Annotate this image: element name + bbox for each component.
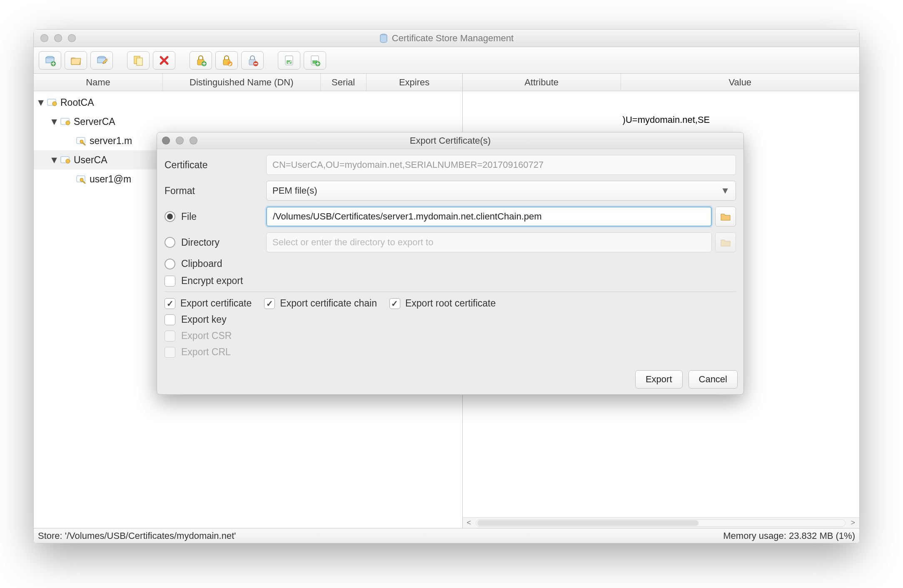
- tree-label: ServerCA: [74, 116, 115, 127]
- toolbar-open-store-button[interactable]: [65, 51, 87, 70]
- cert-icon: [60, 117, 71, 126]
- scrollbar-thumb[interactable]: [477, 520, 698, 526]
- status-memory: Memory usage: 23.832 MB (1%): [723, 531, 855, 541]
- toolbar-lock-remove-button[interactable]: [241, 51, 264, 70]
- encrypt-label: Encrypt export: [181, 275, 243, 287]
- minimize-window-button[interactable]: [54, 34, 62, 42]
- disclosure-icon[interactable]: ▼: [50, 116, 58, 127]
- svg-point-28: [80, 178, 83, 182]
- col-serial[interactable]: Serial: [321, 74, 367, 91]
- svg-point-26: [66, 159, 70, 163]
- browse-directory-button[interactable]: [715, 232, 736, 252]
- database-icon: [379, 34, 388, 43]
- file-path-input[interactable]: /Volumes/USB/Certificates/server1.mydoma…: [266, 207, 712, 227]
- svg-point-24: [80, 140, 83, 143]
- toolbar-copy-button[interactable]: [127, 51, 150, 70]
- dialog-titlebar: Export Certificate(s): [157, 132, 743, 149]
- directory-radio[interactable]: [165, 237, 175, 248]
- status-bar: Store: '/Volumes/USB/Certificates/mydoma…: [34, 528, 859, 543]
- status-store-path: Store: '/Volumes/USB/Certificates/mydoma…: [38, 531, 236, 541]
- export-button[interactable]: Export: [635, 370, 683, 389]
- cancel-button[interactable]: Cancel: [688, 370, 738, 389]
- export-cert-checkbox[interactable]: [165, 298, 175, 309]
- cert-icon: [60, 155, 71, 164]
- scrollbar-track[interactable]: [476, 519, 846, 527]
- directory-input[interactable]: Select or enter the directory to export …: [266, 232, 712, 252]
- toolbar-export-button[interactable]: [278, 51, 300, 70]
- attr-row[interactable]: )U=mydomain.net,SE: [463, 110, 859, 130]
- dialog-close-button[interactable]: [162, 137, 170, 145]
- main-toolbar: [34, 47, 859, 74]
- export-root-label: Export root certificate: [405, 298, 496, 309]
- export-crl-label: Export CRL: [181, 346, 231, 358]
- toolbar-export-add-button[interactable]: [304, 51, 326, 70]
- dialog-minimize-button[interactable]: [176, 137, 184, 145]
- cert-icon: [47, 98, 58, 107]
- export-key-checkbox[interactable]: [165, 314, 175, 325]
- export-key-label: Export key: [181, 314, 227, 325]
- window-controls: [40, 34, 76, 42]
- toolbar-add-store-button[interactable]: [39, 51, 61, 70]
- directory-label: Directory: [181, 237, 220, 248]
- col-value[interactable]: Value: [621, 74, 859, 91]
- toolbar-delete-button[interactable]: [153, 51, 175, 70]
- export-dialog: Export Certificate(s) Certificate CN=Use…: [157, 132, 744, 395]
- tree-label: server1.m: [90, 135, 132, 147]
- window-title: Certificate Store Management: [392, 33, 514, 44]
- encrypt-checkbox[interactable]: [165, 276, 175, 287]
- certificate-label: Certificate: [165, 159, 260, 171]
- tree-label: UserCA: [74, 154, 107, 166]
- format-select[interactable]: PEM file(s) ▼: [266, 181, 736, 201]
- export-csr-checkbox: [165, 331, 175, 341]
- tree-label: RootCA: [60, 97, 94, 108]
- close-window-button[interactable]: [40, 34, 48, 42]
- disclosure-icon[interactable]: ▼: [37, 97, 45, 108]
- toolbar-lock-edit-button[interactable]: [215, 51, 238, 70]
- col-dn[interactable]: Distinguished Name (DN): [163, 74, 321, 91]
- dialog-title: Export Certificate(s): [157, 135, 743, 146]
- col-expires[interactable]: Expires: [367, 74, 462, 91]
- clipboard-label: Clipboard: [181, 258, 222, 269]
- svg-point-20: [52, 102, 57, 106]
- format-label: Format: [165, 185, 260, 197]
- folder-icon: [720, 238, 731, 247]
- tree-row-rootca[interactable]: ▼ RootCA: [34, 93, 462, 112]
- svg-rect-7: [137, 58, 142, 65]
- attr-row[interactable]: [463, 91, 859, 110]
- left-columns-header: Name Distinguished Name (DN) Serial Expi…: [34, 74, 462, 91]
- right-columns-header: Attribute Value: [463, 74, 859, 91]
- scroll-left-icon[interactable]: <: [464, 518, 474, 527]
- tree-label: user1@m: [90, 174, 131, 185]
- zoom-window-button[interactable]: [68, 34, 76, 42]
- chevron-down-icon: ▼: [721, 185, 730, 196]
- browse-file-button[interactable]: [715, 207, 736, 227]
- folder-icon: [720, 212, 731, 221]
- scroll-right-icon[interactable]: >: [848, 518, 858, 527]
- disclosure-icon[interactable]: ▼: [50, 154, 58, 166]
- dialog-body: Certificate CN=UserCA,OU=mydomain.net,SE…: [157, 149, 743, 367]
- col-attribute[interactable]: Attribute: [463, 74, 621, 91]
- export-chain-checkbox[interactable]: [264, 298, 275, 309]
- cert-key-icon: [76, 174, 87, 184]
- col-name[interactable]: Name: [34, 74, 163, 91]
- export-csr-label: Export CSR: [181, 330, 232, 341]
- clipboard-radio[interactable]: [165, 259, 175, 269]
- toolbar-edit-store-button[interactable]: [90, 51, 113, 70]
- dialog-footer: Export Cancel: [157, 367, 743, 394]
- cert-key-icon: [76, 136, 87, 145]
- export-cert-label: Export certificate: [180, 298, 252, 309]
- main-titlebar: Certificate Store Management: [34, 30, 859, 47]
- export-crl-checkbox: [165, 347, 175, 358]
- certificate-field: CN=UserCA,OU=mydomain.net,SERIALNUMBER=2…: [266, 155, 736, 175]
- toolbar-lock-add-button[interactable]: [190, 51, 212, 70]
- export-chain-label: Export certificate chain: [280, 298, 377, 309]
- format-value: PEM file(s): [272, 185, 317, 196]
- file-label: File: [181, 211, 197, 222]
- horizontal-scrollbar[interactable]: < >: [463, 517, 859, 528]
- tree-row-serverca[interactable]: ▼ ServerCA: [34, 112, 462, 131]
- export-root-checkbox[interactable]: [389, 298, 400, 309]
- divider: [165, 292, 736, 292]
- svg-point-22: [66, 121, 70, 125]
- file-radio[interactable]: [165, 211, 175, 222]
- dialog-zoom-button[interactable]: [190, 137, 197, 145]
